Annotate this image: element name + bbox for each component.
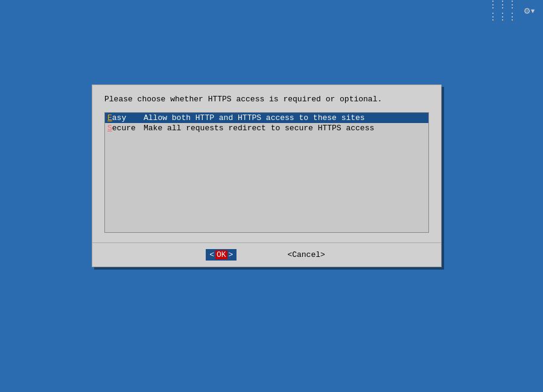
grid-icon[interactable]: ⋮⋮⋮⋮⋮⋮ <box>486 0 519 25</box>
item-desc-easy: Allow both HTTP and HTTPS access to thes… <box>144 113 426 122</box>
dialog-footer: < OK > <Cancel> <box>92 242 441 267</box>
item-desc-secure: Make all requests redirect to secure HTT… <box>144 124 426 133</box>
item-key-easy: Easy <box>107 113 144 122</box>
list-item-secure[interactable]: Secure Make all requests redirect to sec… <box>105 123 428 133</box>
dialog-list: Easy Allow both HTTP and HTTPS access to… <box>104 112 429 233</box>
item-key-secure: Secure <box>107 124 144 133</box>
cancel-button[interactable]: <Cancel> <box>285 249 327 261</box>
ok-suffix: > <box>229 250 233 259</box>
gear-icon[interactable]: ⚙▾ <box>522 2 538 19</box>
list-item-easy[interactable]: Easy Allow both HTTP and HTTPS access to… <box>105 113 428 123</box>
top-bar: ⋮⋮⋮⋮⋮⋮ ⚙▾ <box>0 0 543 22</box>
ok-button[interactable]: < OK > <box>206 249 237 261</box>
dialog: Please choose whether HTTPS access is re… <box>92 84 442 267</box>
ok-label: OK <box>215 250 227 259</box>
ok-prefix: < <box>209 250 214 259</box>
dialog-description: Please choose whether HTTPS access is re… <box>104 95 429 104</box>
